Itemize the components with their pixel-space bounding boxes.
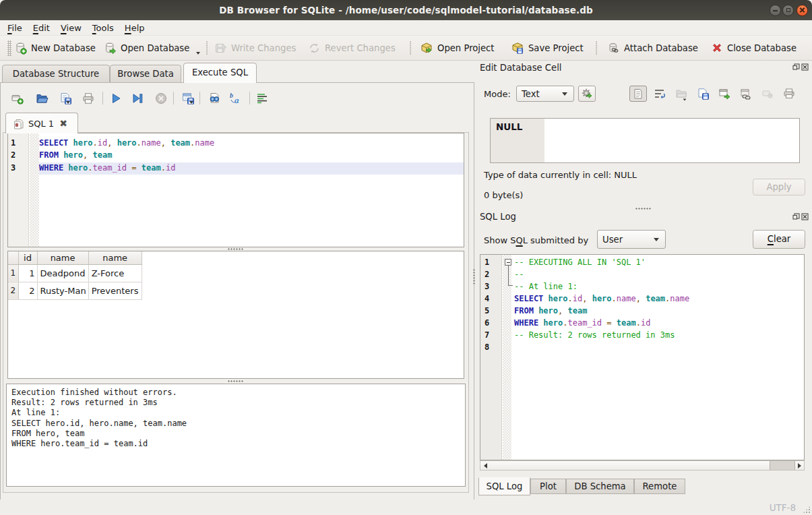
menu-help[interactable]: Help — [124, 22, 146, 34]
menu-edit[interactable]: Edit — [32, 22, 51, 34]
bottom-tab-remote[interactable]: Remote — [634, 479, 685, 494]
results-row-header[interactable]: 2 — [8, 282, 18, 299]
sql-log-view[interactable]: 12345678 -- EXECUTING ALL IN 'SQL 1'----… — [480, 254, 805, 460]
save-project-label: Save Project — [528, 43, 584, 53]
save-results-dropdown-icon[interactable] — [189, 101, 193, 104]
tab-browse-data[interactable]: Browse Data — [110, 65, 181, 82]
write-changes-icon — [214, 42, 227, 55]
editor-results-splitter[interactable] — [228, 248, 244, 250]
new-database-button[interactable]: New Database — [13, 36, 97, 60]
float-icon — [792, 63, 800, 71]
results-row: 11DeadpondZ-Force — [8, 264, 142, 282]
save-project-button[interactable]: Save Project — [509, 36, 585, 60]
execute-all-icon[interactable] — [109, 92, 123, 105]
log-horizontal-scrollbar[interactable] — [480, 460, 805, 471]
save-sql-file-dropdown-icon[interactable] — [66, 101, 70, 104]
print-cell-icon[interactable] — [783, 88, 795, 100]
export-data-icon[interactable] — [697, 88, 709, 100]
sql-editor[interactable]: 123 SELECT hero.id, hero.name, team.name… — [7, 133, 464, 247]
open-project-button[interactable]: Open Project — [418, 36, 496, 60]
toggle-case-icon[interactable]: b a — [228, 92, 242, 105]
menu-view[interactable]: View — [60, 22, 82, 34]
minimize-button[interactable] — [770, 5, 781, 16]
open-sql-file-icon[interactable] — [35, 92, 49, 105]
bottom-tab-db-schema[interactable]: DB Schema — [566, 479, 634, 494]
results-grid[interactable]: idnamename11DeadpondZ-Force22Rusty-ManPr… — [7, 251, 464, 379]
word-wrap-icon[interactable] — [654, 88, 666, 100]
execution-message-box[interactable]: Execution finished without errors.Result… — [6, 384, 466, 487]
bottom-tab-plot[interactable]: Plot — [530, 479, 566, 494]
log-filter-combobox[interactable]: User — [597, 230, 666, 249]
main-vertical-splitter[interactable] — [473, 269, 475, 285]
results-message-splitter[interactable] — [228, 380, 244, 382]
sql-tab-close-icon[interactable]: ✖ — [59, 118, 67, 129]
dock-splitter[interactable] — [635, 208, 652, 210]
code-line: WHERE hero.team_id = team.id — [38, 162, 215, 175]
line-number: 3 — [485, 280, 501, 293]
mode-combobox[interactable]: Text — [516, 86, 574, 102]
open-database-dropdown-icon[interactable] — [196, 52, 200, 55]
fold-collapse-icon[interactable] — [505, 259, 511, 266]
toolbar-drag-handle[interactable] — [7, 40, 11, 56]
bottom-tab-sql-log[interactable]: SQL Log — [478, 477, 530, 495]
sql-log-float-button[interactable] — [792, 213, 800, 220]
tab-database-structure[interactable]: Database Structure — [2, 65, 110, 82]
sql-tab[interactable]: SQL 1 ✖ — [5, 113, 78, 133]
edit-cell-float-button[interactable] — [792, 63, 800, 71]
new-sql-tab-icon[interactable] — [11, 92, 24, 105]
scroll-left-button[interactable] — [480, 461, 490, 470]
editor-line-numbers: 123 — [8, 133, 29, 247]
print-icon[interactable] — [82, 92, 95, 105]
results-cell[interactable]: Rusty-Man — [37, 282, 88, 299]
open-database-button[interactable]: Open Database — [102, 36, 191, 60]
results-cell[interactable]: Deadpond — [37, 264, 88, 282]
menu-file[interactable]: File — [7, 22, 23, 34]
tab-execute-sql[interactable]: Execute SQL — [183, 63, 257, 83]
scrollbar-thumb[interactable] — [770, 461, 795, 470]
stop-icon[interactable] — [154, 92, 168, 105]
edit-cell-title: Edit Database Cell — [480, 63, 562, 73]
revert-changes-button[interactable]: Revert Changes — [307, 36, 397, 60]
text-mode-button[interactable] — [629, 86, 647, 102]
open-in-external-icon[interactable] — [718, 88, 730, 100]
results-row-header[interactable]: 1 — [8, 264, 18, 282]
import-mode-icon — [581, 88, 593, 100]
scroll-right-button[interactable] — [794, 461, 804, 470]
results-cell[interactable]: 2 — [18, 282, 37, 299]
title-bar[interactable]: DB Browser for SQLite - /home/user/code/… — [0, 0, 812, 20]
execute-current-line-icon[interactable] — [131, 92, 144, 105]
format-sql-icon[interactable] — [255, 92, 269, 105]
maximize-button[interactable] — [782, 5, 794, 16]
attach-database-button[interactable]: Attach Database — [606, 36, 699, 60]
results-cell[interactable]: Preventers — [88, 282, 142, 299]
set-null-icon[interactable] — [761, 88, 774, 100]
code-line: FROM hero, team — [512, 305, 689, 317]
cell-editor[interactable]: NULL — [490, 118, 800, 163]
clear-log-button[interactable]: Clear — [753, 230, 805, 249]
copy-link-icon[interactable] — [740, 88, 752, 100]
sql-toolbar-separator — [249, 92, 250, 104]
resize-grip[interactable] — [803, 506, 811, 514]
svg-text:b: b — [230, 92, 233, 99]
import-data-icon[interactable] — [675, 88, 687, 100]
results-column-header[interactable]: name — [88, 251, 142, 264]
write-changes-button[interactable]: Write Changes — [213, 36, 297, 60]
results-column-header[interactable]: id — [18, 251, 37, 264]
import-mode-button[interactable] — [578, 86, 596, 102]
results-cell[interactable]: Z-Force — [88, 264, 142, 282]
results-corner-header[interactable] — [8, 251, 18, 264]
sql-log-close-button[interactable] — [801, 213, 809, 220]
results-column-header[interactable]: name — [37, 251, 88, 264]
cell-size-info: 0 byte(s) — [484, 190, 523, 200]
save-sql-file-icon[interactable] — [59, 92, 72, 105]
close-button[interactable] — [797, 5, 808, 16]
close-database-button[interactable]: Close Database — [710, 36, 798, 60]
results-cell[interactable]: 1 — [18, 264, 37, 282]
close-dock-icon — [801, 63, 809, 71]
menu-tools[interactable]: Tools — [92, 22, 115, 34]
edit-cell-close-button[interactable] — [801, 63, 809, 71]
toolbar-separator — [410, 41, 412, 55]
log-filter-value: User — [598, 235, 654, 245]
find-replace-icon[interactable] — [208, 92, 221, 105]
apply-button[interactable]: Apply — [753, 179, 805, 195]
